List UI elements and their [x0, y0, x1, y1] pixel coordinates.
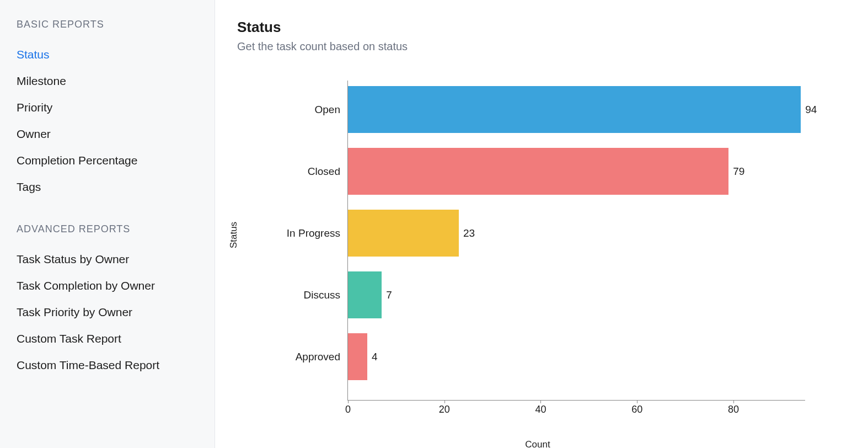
bar[interactable]: [348, 86, 801, 133]
bar[interactable]: [348, 210, 459, 257]
basic-item-status[interactable]: Status: [17, 41, 198, 68]
x-tick-line: [444, 400, 445, 403]
x-axis-label: Count: [237, 439, 838, 448]
basic-item-priority[interactable]: Priority: [17, 94, 198, 121]
x-tick-line: [540, 400, 541, 403]
bar-label: Open: [315, 104, 340, 116]
bar[interactable]: [348, 148, 728, 195]
page-title: Status: [237, 19, 846, 36]
x-tick-line: [733, 400, 734, 403]
bar-label: Approved: [296, 351, 340, 363]
advanced-item-task-completion-by-owner[interactable]: Task Completion by Owner: [17, 273, 198, 299]
bar-value: 79: [733, 166, 744, 178]
x-tick: 20: [439, 404, 450, 415]
bar-label: In Progress: [287, 227, 340, 239]
basic-item-tags[interactable]: Tags: [17, 174, 198, 200]
bar-row-closed: Closed79: [348, 148, 744, 195]
bar[interactable]: [348, 271, 382, 318]
basic-item-milestone[interactable]: Milestone: [17, 68, 198, 94]
bar-value: 94: [805, 104, 817, 116]
bars-container: Open94Closed79In Progress23Discuss7Appro…: [347, 81, 805, 401]
bar-row-approved: Approved4: [348, 333, 378, 380]
x-tick: 60: [631, 404, 642, 415]
x-tick-line: [637, 400, 637, 403]
bar-row-in-progress: In Progress23: [348, 210, 475, 257]
x-tick-line: [348, 400, 349, 403]
chart: Status Open94Closed79In Progress23Discus…: [237, 70, 838, 434]
sidebar: BASIC REPORTS StatusMilestonePriorityOwn…: [0, 0, 215, 448]
advanced-item-custom-task-report[interactable]: Custom Task Report: [17, 326, 198, 352]
x-tick: 40: [535, 404, 546, 415]
bar[interactable]: [348, 333, 367, 380]
page-subtitle: Get the task count based on status: [237, 40, 846, 53]
y-axis-label: Status: [228, 222, 239, 248]
advanced-reports-list: Task Status by OwnerTask Completion by O…: [17, 246, 198, 378]
x-tick: 0: [345, 404, 351, 415]
bar-label: Closed: [308, 166, 340, 178]
basic-item-completion-percentage[interactable]: Completion Percentage: [17, 147, 198, 174]
bar-value: 7: [386, 289, 392, 301]
advanced-reports-header: ADVANCED REPORTS: [17, 223, 198, 235]
basic-reports-header: BASIC REPORTS: [17, 19, 198, 30]
advanced-item-task-priority-by-owner[interactable]: Task Priority by Owner: [17, 299, 198, 326]
advanced-item-custom-time-based-report[interactable]: Custom Time-Based Report: [17, 352, 198, 378]
bar-row-open: Open94: [348, 86, 817, 133]
bar-row-discuss: Discuss7: [348, 271, 392, 318]
bar-value: 23: [463, 227, 475, 239]
bar-value: 4: [372, 351, 378, 363]
basic-item-owner[interactable]: Owner: [17, 121, 198, 147]
x-tick: 80: [728, 404, 739, 415]
advanced-item-task-status-by-owner[interactable]: Task Status by Owner: [17, 246, 198, 273]
bar-label: Discuss: [303, 289, 340, 301]
main-content: Status Get the task count based on statu…: [215, 0, 868, 448]
basic-reports-list: StatusMilestonePriorityOwnerCompletion P…: [17, 41, 198, 200]
